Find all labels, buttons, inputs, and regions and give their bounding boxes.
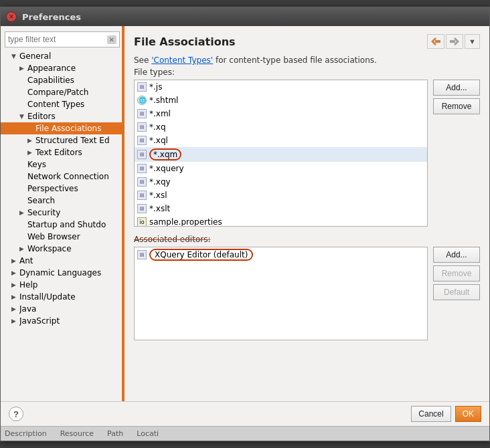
description-text: See 'Content Types' for content-type bas… — [134, 55, 480, 65]
sidebar-item-web-browser[interactable]: Web Browser — [1, 231, 124, 243]
sidebar-item-help[interactable]: ▶ Help — [1, 279, 124, 291]
file-type-name: *.shtml — [149, 96, 178, 105]
svg-rect-1 — [435, 40, 440, 43]
sidebar-item-compare-patch[interactable]: Compare/Patch — [1, 86, 124, 98]
expand-arrow-dynamic-langs: ▶ — [11, 269, 19, 276]
bottom-resource: Resource — [60, 429, 94, 438]
orange-bar — [122, 26, 125, 401]
sidebar-item-capabilities[interactable]: Capabilities — [1, 74, 124, 86]
associated-editors-section: Associated editors: ▤ XQuery Editor (def… — [134, 235, 480, 340]
file-icon: ▤ — [137, 177, 147, 187]
sidebar-item-security[interactable]: ▶ Security — [1, 207, 124, 219]
sidebar-item-perspectives[interactable]: Perspectives — [1, 183, 124, 195]
default-editor-button[interactable]: Default — [433, 284, 480, 300]
remove-editor-button[interactable]: Remove — [433, 265, 480, 282]
close-button[interactable]: ✕ — [6, 11, 17, 22]
sidebar-item-text-editors[interactable]: ▶ Text Editors — [1, 146, 124, 158]
file-type-name: *.xquery — [149, 164, 184, 173]
search-clear-button[interactable]: ✕ — [107, 35, 116, 44]
preferences-dialog: ✕ Preferences ✕ ▼ General ▶ Appe — [0, 7, 490, 441]
sidebar-item-label: Security — [27, 208, 60, 217]
file-icon: io — [137, 217, 147, 227]
cancel-button[interactable]: Cancel — [411, 406, 451, 422]
file-type-name: *.xq — [149, 122, 166, 132]
sidebar-item-appearance[interactable]: ▶ Appearance — [1, 62, 124, 74]
sidebar-item-general[interactable]: ▼ General — [1, 50, 124, 62]
bottom-bar: Description Resource Path Locati — [1, 426, 489, 441]
sidebar-item-label: Keys — [27, 160, 46, 169]
arrow-forward-icon — [450, 37, 459, 45]
file-types-list[interactable]: ▤ *.js 🌐 *.shtml ▤ *.xml ▤ — [134, 80, 428, 227]
file-type-name: *.xml — [149, 109, 171, 118]
associated-editors-list[interactable]: ▤ XQuery Editor (default) — [134, 247, 428, 340]
sidebar-item-search[interactable]: Search — [1, 195, 124, 207]
sidebar-item-file-associations[interactable]: File Associations — [1, 122, 124, 134]
sidebar-item-dynamic-languages[interactable]: ▶ Dynamic Languages — [1, 267, 124, 279]
nav-forward-button[interactable] — [446, 34, 463, 49]
list-item-xquery-editor[interactable]: ▤ XQuery Editor (default) — [135, 247, 427, 262]
sidebar: ✕ ▼ General ▶ Appearance Capabilities — [1, 26, 125, 330]
file-type-name: *.xqy — [149, 177, 171, 187]
expand-arrow-install: ▶ — [11, 294, 19, 300]
list-item[interactable]: ▤ *.xslt — [135, 202, 427, 215]
list-item[interactable]: ▤ *.xql — [135, 134, 427, 147]
sidebar-item-label: Network Connection — [27, 172, 109, 181]
list-item[interactable]: ▤ *.xq — [135, 120, 427, 134]
search-input[interactable] — [8, 35, 107, 44]
bottom-path: Path — [107, 429, 123, 438]
bottom-location: Locati — [137, 429, 159, 438]
dialog-footer: ? Cancel OK — [1, 401, 489, 426]
sidebar-item-ant[interactable]: ▶ Ant — [1, 255, 124, 267]
sidebar-item-content-types[interactable]: Content Types — [1, 98, 124, 110]
sidebar-item-workspace[interactable]: ▶ Workspace — [1, 243, 124, 255]
add-file-type-button[interactable]: Add... — [433, 80, 480, 96]
sidebar-item-label: Appearance — [27, 64, 76, 73]
list-item[interactable]: ▤ *.xml — [135, 107, 427, 120]
file-icon: ▤ — [137, 82, 147, 92]
sidebar-item-label: Install/Update — [19, 292, 76, 302]
sidebar-item-javascript[interactable]: ▶ JavaScript — [1, 315, 124, 327]
nav-back-button[interactable] — [427, 34, 444, 49]
list-item[interactable]: ▤ *.xqy — [135, 175, 427, 189]
header-icon-buttons: ▼ — [427, 34, 480, 49]
expand-arrow-general: ▼ — [11, 53, 19, 60]
sidebar-item-install-update[interactable]: ▶ Install/Update — [1, 291, 124, 303]
sidebar-item-label: File Associations — [35, 124, 101, 133]
list-item[interactable]: io sample.properties — [135, 215, 427, 227]
sidebar-search-container: ✕ — [5, 31, 120, 47]
sidebar-item-label: Compare/Patch — [27, 88, 88, 97]
sidebar-item-label: Dynamic Languages — [19, 268, 101, 277]
list-item-xqm[interactable]: ▤ *.xqm — [135, 147, 427, 162]
add-editor-button[interactable]: Add... — [433, 247, 480, 263]
sidebar-item-label: Capabilities — [27, 76, 74, 85]
list-item[interactable]: 🌐 *.shtml — [135, 94, 427, 107]
sidebar-item-label: Text Editors — [35, 148, 82, 157]
remove-file-type-button[interactable]: Remove — [433, 98, 480, 114]
sidebar-item-label: Web Browser — [27, 232, 80, 241]
file-icon: ▤ — [137, 164, 147, 173]
list-item[interactable]: ▤ *.xquery — [135, 162, 427, 175]
sidebar-item-startup-shutdown[interactable]: Startup and Shutdo — [1, 219, 124, 231]
ok-button[interactable]: OK — [455, 406, 481, 422]
sidebar-item-keys[interactable]: Keys — [1, 158, 124, 171]
list-item[interactable]: ▤ *.js — [135, 80, 427, 94]
list-item[interactable]: ▤ *.xsl — [135, 189, 427, 202]
sidebar-item-editors[interactable]: ▼ Editors — [1, 110, 124, 122]
file-icon: ▤ — [137, 109, 147, 118]
dropdown-button[interactable]: ▼ — [465, 34, 480, 49]
sidebar-item-network-connection[interactable]: Network Connection — [1, 171, 124, 183]
main-panel: File Associations ▼ — [125, 26, 489, 401]
sidebar-item-label: JavaScript — [19, 316, 60, 326]
file-icon: ▤ — [137, 191, 147, 200]
titlebar: ✕ Preferences — [1, 7, 489, 26]
dialog-title: Preferences — [22, 12, 484, 22]
sidebar-item-structured-text[interactable]: ▶ Structured Text Ed — [1, 134, 124, 146]
panel-title: File Associations — [134, 35, 236, 48]
sidebar-item-label: Workspace — [27, 244, 72, 253]
content-types-link[interactable]: 'Content Types' — [151, 55, 213, 65]
expand-arrow-appearance: ▶ — [19, 65, 27, 72]
editor-buttons: Add... Remove Default — [433, 247, 480, 340]
sidebar-item-label: General — [19, 51, 51, 61]
help-button[interactable]: ? — [9, 407, 23, 421]
sidebar-item-java[interactable]: ▶ Java — [1, 303, 124, 315]
